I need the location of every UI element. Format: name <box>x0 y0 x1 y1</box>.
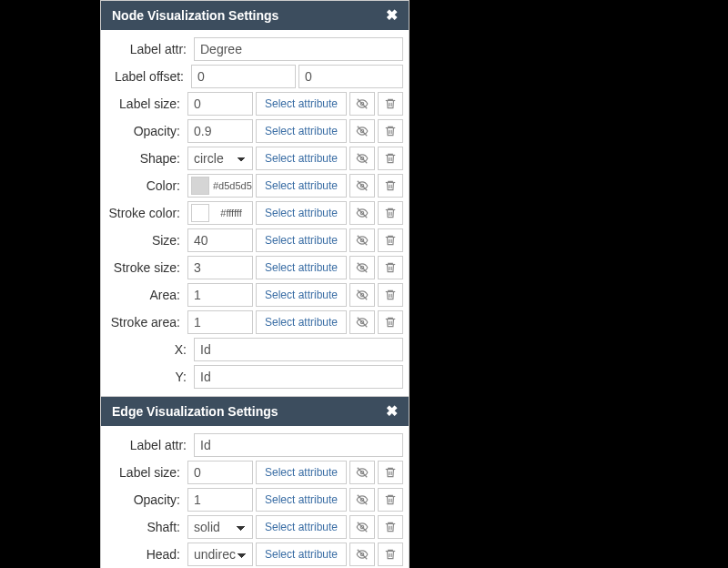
trash-icon[interactable] <box>378 147 403 170</box>
trash-icon[interactable] <box>378 461 403 484</box>
eye-off-icon[interactable] <box>349 92 375 116</box>
label-size-input[interactable] <box>187 461 253 484</box>
eye-off-icon[interactable] <box>349 461 375 484</box>
trash-icon[interactable] <box>378 543 403 566</box>
trash-icon[interactable] <box>378 515 403 539</box>
row-head: Head: undirecte Select attribute <box>108 541 409 568</box>
stroke-color-hex: #ffffff <box>213 208 249 218</box>
label: Stroke area: <box>108 315 184 330</box>
eye-off-icon[interactable] <box>349 543 375 566</box>
trash-icon[interactable] <box>378 310 403 334</box>
trash-icon[interactable] <box>378 283 403 307</box>
trash-icon[interactable] <box>378 119 403 143</box>
row-opacity: Opacity: Select attribute <box>108 117 409 145</box>
select-attribute-button[interactable]: Select attribute <box>256 283 347 307</box>
x-select[interactable]: Id <box>194 338 403 361</box>
size-input[interactable] <box>187 228 253 252</box>
row-opacity: Opacity: Select attribute <box>108 486 409 513</box>
select-attribute-button[interactable]: Select attribute <box>256 256 347 279</box>
row-label-size: Label size: Select attribute <box>108 90 409 117</box>
eye-off-icon[interactable] <box>349 174 375 198</box>
row-y: Y: Id <box>108 363 409 390</box>
select-attribute-button[interactable]: Select attribute <box>256 543 347 566</box>
row-x: X: Id <box>108 336 409 363</box>
row-stroke-size: Stroke size: Select attribute <box>108 254 409 281</box>
eye-off-icon[interactable] <box>349 147 375 170</box>
color-hex: #d5d5d5 <box>213 180 252 191</box>
trash-icon[interactable] <box>378 488 403 512</box>
eye-off-icon[interactable] <box>349 310 375 334</box>
eye-off-icon[interactable] <box>349 488 375 512</box>
eye-off-icon[interactable] <box>349 256 375 279</box>
color-swatch <box>191 177 209 195</box>
select-attribute-button[interactable]: Select attribute <box>256 174 347 198</box>
edge-panel-body: Label attr: Id Label size: Select attrib… <box>101 426 409 568</box>
label: Size: <box>108 233 184 248</box>
row-label-attr: Label attr: Id <box>108 431 409 459</box>
label-offset-y-input[interactable] <box>298 65 403 88</box>
opacity-input[interactable] <box>187 119 253 143</box>
select-attribute-button[interactable]: Select attribute <box>256 461 347 484</box>
eye-off-icon[interactable] <box>349 119 375 143</box>
row-area: Area: Select attribute <box>108 281 409 309</box>
trash-icon[interactable] <box>378 92 403 116</box>
label: Label offset: <box>108 69 187 84</box>
label: Shaft: <box>108 520 184 534</box>
row-shaft: Shaft: solid Select attribute <box>108 513 409 541</box>
edge-panel-title: Edge Visualization Settings <box>112 404 278 419</box>
label: Area: <box>108 288 184 302</box>
label: Label attr: <box>108 438 190 452</box>
row-shape: Shape: circle Select attribute <box>108 145 409 172</box>
label: Stroke color: <box>108 206 184 220</box>
trash-icon[interactable] <box>378 256 403 279</box>
label-attr-select[interactable]: Id <box>194 433 403 457</box>
shape-select[interactable]: circle <box>187 147 253 170</box>
eye-off-icon[interactable] <box>349 228 375 252</box>
row-color: Color: #d5d5d5 Select attribute <box>108 172 409 199</box>
stroke-area-input[interactable] <box>187 310 253 334</box>
row-label-attr: Label attr: Degree <box>108 36 409 63</box>
row-label-offset: Label offset: <box>108 63 409 90</box>
select-attribute-button[interactable]: Select attribute <box>256 119 347 143</box>
label: Label attr: <box>108 42 190 56</box>
row-stroke-color: Stroke color: #ffffff Select attribute <box>108 199 409 227</box>
select-attribute-button[interactable]: Select attribute <box>256 201 347 225</box>
label-offset-x-input[interactable] <box>191 65 296 88</box>
select-attribute-button[interactable]: Select attribute <box>256 147 347 170</box>
trash-icon[interactable] <box>378 174 403 198</box>
close-icon[interactable]: ✖ <box>386 404 398 419</box>
stroke-color-input[interactable]: #ffffff <box>187 201 253 225</box>
label: Stroke size: <box>108 260 184 275</box>
close-icon[interactable]: ✖ <box>386 8 398 23</box>
node-panel-header: Node Visualization Settings ✖ <box>101 1 409 30</box>
y-select[interactable]: Id <box>194 365 403 389</box>
label: Color: <box>108 178 184 193</box>
eye-off-icon[interactable] <box>349 283 375 307</box>
select-attribute-button[interactable]: Select attribute <box>256 515 347 539</box>
stroke-size-input[interactable] <box>187 256 253 279</box>
label: Label size: <box>108 465 184 480</box>
head-select[interactable]: undirecte <box>187 543 253 566</box>
color-input[interactable]: #d5d5d5 <box>187 174 253 198</box>
row-size: Size: Select attribute <box>108 227 409 254</box>
label: Opacity: <box>108 124 184 138</box>
opacity-input[interactable] <box>187 488 253 512</box>
trash-icon[interactable] <box>378 201 403 225</box>
label-size-input[interactable] <box>187 92 253 116</box>
node-panel-body: Label attr: Degree Label offset: Label s… <box>101 30 409 396</box>
select-attribute-button[interactable]: Select attribute <box>256 228 347 252</box>
label: Head: <box>108 547 184 562</box>
label: Y: <box>108 370 190 384</box>
node-visualization-panel: Node Visualization Settings ✖ Label attr… <box>100 0 410 397</box>
eye-off-icon[interactable] <box>349 201 375 225</box>
eye-off-icon[interactable] <box>349 515 375 539</box>
trash-icon[interactable] <box>378 228 403 252</box>
node-panel-title: Node Visualization Settings <box>112 8 278 23</box>
edge-panel-header: Edge Visualization Settings ✖ <box>101 397 409 426</box>
label-attr-select[interactable]: Degree <box>194 37 403 61</box>
select-attribute-button[interactable]: Select attribute <box>256 92 347 116</box>
select-attribute-button[interactable]: Select attribute <box>256 488 347 512</box>
select-attribute-button[interactable]: Select attribute <box>256 310 347 334</box>
area-input[interactable] <box>187 283 253 307</box>
shaft-select[interactable]: solid <box>187 515 253 539</box>
